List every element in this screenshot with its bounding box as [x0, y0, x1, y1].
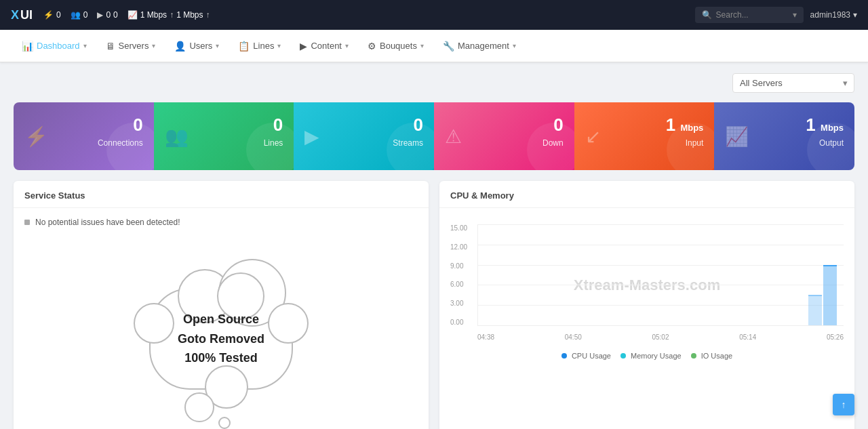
x-label-4: 05:14: [739, 333, 756, 341]
nav-item-management[interactable]: 🔧 Management ▾: [435, 37, 524, 56]
stat-card-output: 📈 1 Mbps Output: [714, 102, 854, 170]
y-label-6: 0.00: [450, 319, 474, 326]
topbar-stats: ⚡ 0 👥 0 ▶ 0 0 📈 1 Mbps ↑ 1 Mbps ↑: [43, 10, 210, 20]
legend-io-label: IO Usage: [701, 352, 732, 360]
legend-memory-dot: [620, 353, 626, 359]
cloud-bubble: Open Source Goto Removed 100% Tested: [149, 288, 293, 390]
cpu-memory-panel: CPU & Memory Xtream-Masters.com 15.00 12…: [439, 181, 854, 429]
chart-y-labels: 15.00 12.00 9.00 6.00 3.00 0.00: [450, 224, 474, 326]
nav-label-bouquets: Bouquets: [380, 41, 417, 51]
server-filter-select[interactable]: All Servers Server 1 Server 2: [732, 73, 854, 93]
cloud-line-2: Goto Removed: [178, 329, 264, 349]
legend-cpu-dot: [561, 353, 567, 359]
grid-line-4: [478, 285, 844, 285]
status-item: No potential issues have been detected!: [24, 218, 418, 227]
users-icon: 👤: [174, 41, 186, 52]
legend-memory: Memory Usage: [620, 352, 682, 360]
nav-label-content: Content: [311, 41, 342, 51]
lines-icon: 📋: [238, 41, 250, 52]
cloud-text: Open Source Goto Removed 100% Tested: [178, 310, 264, 368]
user-menu[interactable]: admin1983 ▾: [810, 10, 857, 20]
nav-chevron-servers: ▾: [152, 42, 155, 49]
cpu-bar-1: [823, 265, 837, 325]
cloud-puff-4: [134, 303, 174, 344]
topbar: XUI ⚡ 0 👥 0 ▶ 0 0 📈 1 Mbps ↑ 1 Mbps ↑ 🔍 …: [0, 0, 868, 30]
cpu-memory-title: CPU & Memory: [450, 190, 514, 201]
grid-line-2: [478, 245, 844, 245]
y-label-5: 3.00: [450, 300, 474, 307]
topbar-stat-users: 👥 0: [71, 10, 88, 20]
nav-item-users[interactable]: 👤 Users ▾: [166, 37, 227, 56]
search-box[interactable]: 🔍 Search... ▾: [695, 7, 804, 23]
chart-x-labels: 04:38 04:50 05:02 05:14 05:26: [477, 327, 844, 346]
service-status-panel: Service Status No potential issues have …: [14, 181, 429, 429]
server-filter-wrap: All Servers Server 1 Server 2: [732, 73, 854, 93]
content-area: All Servers Server 1 Server 2 ⚡ 0 Connec…: [0, 62, 868, 429]
nav-item-bouquets[interactable]: ⚙ Bouquets ▾: [359, 37, 432, 56]
nav-chevron-users: ▾: [216, 42, 219, 49]
x-label-1: 04:38: [477, 333, 494, 341]
grid-line-1: [478, 224, 844, 225]
y-label-1: 15.00: [450, 224, 474, 232]
topbar-stat-flash: ⚡ 0: [43, 10, 61, 20]
search-placeholder: Search...: [716, 10, 749, 20]
panels-row-1: Service Status No potential issues have …: [14, 181, 854, 429]
nav-chevron-dashboard: ▾: [83, 42, 87, 49]
search-dropdown-icon[interactable]: ▾: [793, 10, 797, 20]
nav-label-management: Management: [458, 41, 509, 51]
legend-cpu: CPU Usage: [561, 352, 611, 360]
stat-card-connections: ⚡ 0 Connections: [14, 102, 154, 170]
topbar-stat-bandwidth: 📈 1 Mbps ↑ 1 Mbps ↑: [127, 10, 210, 20]
nav-label-servers: Servers: [119, 41, 149, 51]
nav-label-lines: Lines: [253, 41, 274, 51]
stat-cards: ⚡ 0 Connections 👥 0 Lines ▶ 0 Streams ⚠ …: [14, 102, 854, 170]
scroll-top-button[interactable]: ↑: [833, 394, 854, 415]
stat-card-input: ↙ 1 Mbps Input: [574, 102, 715, 170]
y-label-2: 12.00: [450, 243, 474, 251]
legend-memory-label: Memory Usage: [631, 352, 682, 360]
x-label-3: 05:02: [652, 333, 669, 341]
grid-line-3: [478, 265, 844, 266]
x-label-2: 04:50: [565, 333, 582, 341]
logo: XUI: [11, 8, 33, 22]
servers-icon: 🖥: [106, 41, 115, 52]
dashboard-icon: 📊: [22, 41, 33, 52]
cloud-line-3: 100% Tested: [178, 348, 264, 368]
grid-line-5: [478, 305, 844, 306]
nav-label-dashboard: Dashboard: [37, 41, 80, 51]
nav-chevron-lines: ▾: [277, 42, 281, 49]
nav-item-dashboard[interactable]: 📊 Dashboard ▾: [14, 37, 95, 56]
nav-item-lines[interactable]: 📋 Lines ▾: [230, 37, 289, 56]
navbar: 📊 Dashboard ▾ 🖥 Servers ▾ 👤 Users ▾ 📋 Li…: [0, 30, 868, 62]
user-name: admin1983: [810, 10, 850, 20]
service-status-header: Service Status: [14, 181, 429, 208]
x-label-5: 05:26: [827, 333, 844, 341]
topbar-right: 🔍 Search... ▾ admin1983 ▾: [695, 7, 857, 23]
y-label-3: 9.00: [450, 262, 474, 270]
content-icon: ▶: [300, 41, 307, 52]
nav-item-servers[interactable]: 🖥 Servers ▾: [98, 37, 164, 56]
nav-item-content[interactable]: ▶ Content ▾: [292, 37, 357, 56]
stat-card-down: ⚠ 0 Down: [434, 102, 574, 170]
chart-canvas: [477, 224, 844, 326]
service-status-body: No potential issues have been detected! …: [14, 208, 429, 429]
topbar-stat-play: ▶ 0 0: [97, 10, 117, 20]
thought-dot-1: [218, 417, 231, 429]
logo-x: X: [11, 8, 19, 22]
cpu-memory-body: Xtream-Masters.com 15.00 12.00 9.00 6.00…: [439, 208, 854, 369]
scroll-icon: ↑: [842, 399, 846, 410]
nav-chevron-management: ▾: [513, 42, 516, 49]
nav-label-users: Users: [189, 41, 212, 51]
cpu-memory-header: CPU & Memory: [439, 181, 854, 208]
cpu-bar-2: [808, 295, 822, 325]
cloud-container: Open Source Goto Removed 100% Tested: [24, 234, 418, 429]
nav-chevron-bouquets: ▾: [420, 42, 424, 49]
topbar-left: XUI ⚡ 0 👥 0 ▶ 0 0 📈 1 Mbps ↑ 1 Mbps ↑: [11, 8, 210, 22]
status-dot: [24, 220, 30, 225]
logo-ui: UI: [20, 8, 33, 22]
stat-card-lines: 👥 0 Lines: [154, 102, 294, 170]
legend-io: IO Usage: [691, 352, 733, 360]
nav-chevron-content: ▾: [345, 42, 349, 49]
cloud-puff-5: [268, 303, 309, 344]
service-status-title: Service Status: [24, 190, 85, 201]
